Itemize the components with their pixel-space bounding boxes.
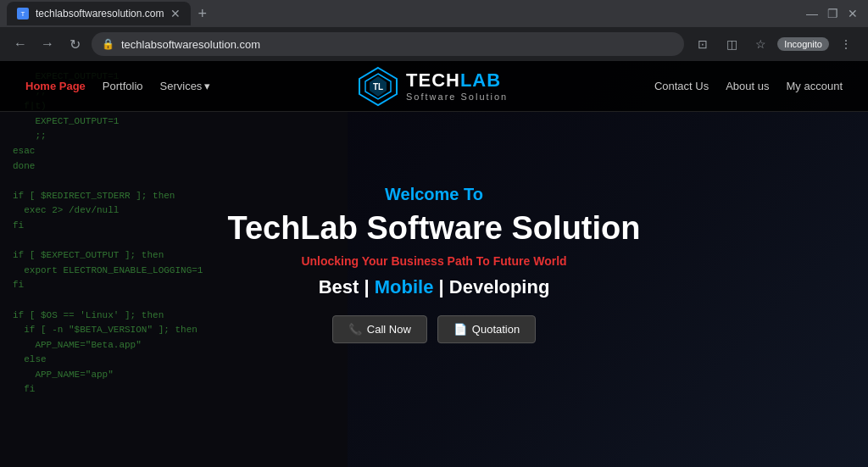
nav-portfolio-link[interactable]: Portfolio — [103, 80, 143, 92]
nav-about-link[interactable]: About us — [726, 80, 769, 92]
logo-sub: Software Solution — [406, 92, 508, 102]
nav-right: Contact Us About us My account — [654, 80, 843, 92]
hero-welcome-text: Welcome To — [180, 185, 688, 204]
call-now-button[interactable]: 📞 Call Now — [332, 315, 427, 343]
url-text: techlabsoftwaresolution.com — [121, 38, 674, 51]
menu-icon[interactable]: ⋮ — [834, 32, 858, 56]
close-button[interactable]: ✕ — [844, 5, 861, 22]
bookmark-icon[interactable]: ☆ — [748, 32, 772, 56]
logo-lab: LAB — [460, 70, 501, 91]
nav-services-link[interactable]: Services ▾ — [160, 80, 211, 92]
tab-favicon: T — [17, 8, 29, 19]
navbar: Home Page Portfolio Services ▾ TL — [0, 61, 868, 112]
logo-tech: TECH — [406, 70, 460, 91]
document-icon: 📄 — [453, 323, 467, 336]
tab-bar: T techlabsoftwaresolution.com ✕ + — ❐ ✕ — [0, 0, 868, 27]
hero-tagline-developing: | Developing — [439, 276, 550, 297]
nav-center: TL TECH LAB Software Solution — [210, 65, 654, 108]
screenshot-icon[interactable]: ◫ — [720, 32, 743, 56]
hero-title: TechLab Software Solution — [180, 211, 688, 247]
chevron-down-icon: ▾ — [204, 80, 210, 92]
browser-right-controls: ⊡ ◫ ☆ Incognito ⋮ — [691, 32, 858, 56]
phone-icon: 📞 — [348, 323, 362, 336]
nav-account-link[interactable]: My account — [787, 80, 843, 92]
reload-button[interactable]: ↻ — [64, 34, 85, 54]
address-bar[interactable]: 🔒 techlabsoftwaresolution.com — [92, 32, 684, 56]
cast-icon[interactable]: ⊡ — [691, 32, 715, 56]
nav-left: Home Page Portfolio Services ▾ — [25, 80, 210, 92]
maximize-button[interactable]: ❐ — [824, 5, 841, 22]
nav-contact-link[interactable]: Contact Us — [654, 80, 709, 92]
browser-chrome: T techlabsoftwaresolution.com ✕ + — ❐ ✕ … — [0, 0, 868, 61]
quotation-button[interactable]: 📄 Quotation — [437, 315, 536, 343]
hero-tagline-best: Best | — [319, 276, 370, 297]
new-tab-icon[interactable]: + — [198, 5, 207, 23]
browser-tab[interactable]: T techlabsoftwaresolution.com ✕ — [7, 2, 191, 25]
svg-text:TL: TL — [373, 82, 383, 92]
incognito-badge[interactable]: Incognito — [777, 37, 829, 51]
forward-button[interactable]: → — [37, 34, 58, 54]
logo: TL TECH LAB Software Solution — [357, 65, 508, 108]
browser-toolbar: ← → ↻ 🔒 techlabsoftwaresolution.com ⊡ ◫ … — [0, 27, 868, 61]
nav-home-link[interactable]: Home Page — [25, 80, 86, 92]
tab-title: techlabsoftwaresolution.com — [36, 8, 164, 19]
hero-buttons: 📞 Call Now 📄 Quotation — [180, 315, 688, 343]
logo-text: TECH LAB Software Solution — [406, 70, 508, 101]
back-button[interactable]: ← — [10, 34, 31, 54]
lock-icon: 🔒 — [102, 38, 114, 50]
tab-close-icon[interactable]: ✕ — [170, 7, 181, 20]
logo-icon: TL — [357, 65, 399, 108]
window-controls: — ❐ ✕ — [804, 5, 861, 22]
minimize-button[interactable]: — — [804, 5, 821, 22]
hero-tagline-mobile: Mobile — [375, 276, 434, 297]
hero-subtitle: Unlocking Your Business Path To Future W… — [180, 254, 688, 268]
website: EXPECT_OUTPUT=1 ;; f|t) EXPECT_OUTPUT=1 … — [0, 61, 868, 467]
hero-section: Welcome To TechLab Software Solution Unl… — [180, 185, 688, 344]
hero-tagline: Best | Mobile | Developing — [180, 276, 688, 298]
